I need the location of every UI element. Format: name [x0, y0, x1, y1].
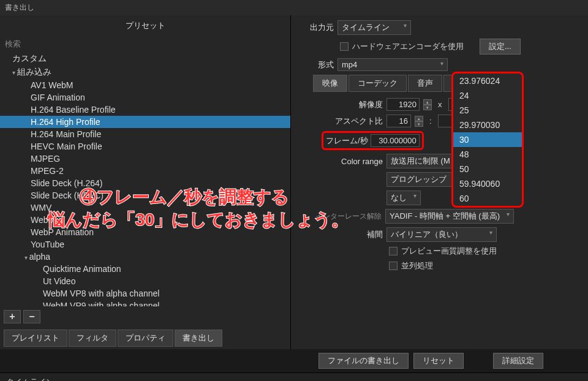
format-dropdown[interactable]: mp4: [337, 58, 448, 71]
advanced-button[interactable]: 詳細設定: [493, 353, 543, 369]
remove-preset-button[interactable]: −: [23, 310, 40, 323]
deinterlace-label: インターレース解除: [315, 211, 382, 222]
preview-adjust-checkbox[interactable]: [389, 247, 398, 255]
x-separator: x: [435, 100, 445, 109]
search-input[interactable]: 検索: [0, 36, 290, 52]
fps-option[interactable]: 50: [453, 162, 522, 176]
fps-option[interactable]: 59.940060: [453, 176, 522, 191]
settings-button[interactable]: 設定...: [480, 39, 521, 55]
bottom-buttons: ファイルの書き出し リセット 詳細設定: [312, 349, 588, 372]
preset-tree: カスタム 組み込み AV1 WebM GIF Animation H.264 B…: [0, 52, 290, 306]
aspect-w-input[interactable]: [386, 115, 411, 127]
tab-filter[interactable]: フィルタ: [69, 330, 116, 347]
tree-item[interactable]: MJPEG: [0, 153, 290, 165]
output-from-dropdown[interactable]: タイムライン: [337, 20, 411, 35]
tree-item[interactable]: YouTube: [0, 238, 290, 251]
fps-option[interactable]: 25: [453, 103, 522, 118]
aspect-label: アスペクト比: [322, 116, 383, 127]
tree-item[interactable]: H.264 Baseline Profile: [0, 104, 290, 116]
tree-item[interactable]: WebM: [0, 214, 290, 226]
tree-custom[interactable]: カスタム: [0, 52, 290, 66]
tab-property[interactable]: プロパティ: [118, 330, 173, 347]
fps-option[interactable]: 60: [453, 191, 522, 206]
tree-builtin[interactable]: 組み込み: [0, 66, 290, 79]
tree-item[interactable]: Slide Deck (HEVC): [0, 189, 290, 202]
subtab-codec[interactable]: コーデック: [349, 75, 407, 92]
fps-option[interactable]: 23.976024: [453, 74, 522, 88]
res-width-input[interactable]: [386, 98, 420, 111]
parallel-label: 並列処理: [401, 260, 433, 271]
tree-item[interactable]: HEVC Main Profile: [0, 140, 290, 153]
tree-item[interactable]: MPEG-2: [0, 165, 290, 177]
tree-item[interactable]: WebM VP9 with alpha channel: [0, 300, 290, 306]
colon-separator: :: [427, 116, 434, 126]
fps-option[interactable]: 24: [453, 88, 522, 103]
fps-label: フレーム/秒: [326, 135, 368, 146]
timeline-bar[interactable]: タイムライン: [0, 372, 588, 381]
reset-button[interactable]: リセット: [413, 353, 464, 369]
fps-option[interactable]: 29.970030: [453, 118, 522, 132]
subtab-video[interactable]: 映像: [313, 75, 347, 92]
output-from-label: 出力元: [303, 22, 334, 33]
hw-encoder-checkbox[interactable]: [340, 42, 349, 51]
tree-alpha[interactable]: alpha: [0, 251, 290, 263]
tree-item[interactable]: AV1 WebM: [0, 79, 290, 91]
deinterlace-dropdown[interactable]: YADIF - 時間軸 + 空間軸 (最高): [385, 209, 514, 224]
tab-playlist[interactable]: プレイリスト: [4, 330, 67, 347]
spinner[interactable]: ▴▾: [415, 116, 423, 127]
tree-item[interactable]: GIF Animation: [0, 91, 290, 104]
field-order-dropdown[interactable]: なし: [386, 190, 421, 205]
tree-item[interactable]: WMV: [0, 202, 290, 214]
add-preset-button[interactable]: +: [4, 310, 21, 323]
parallel-checkbox[interactable]: [389, 262, 398, 270]
color-range-label: Color range: [322, 157, 383, 166]
fps-dropdown-menu: 23.976024 24 25 29.970030 30 48 50 59.94…: [451, 72, 524, 208]
preview-adjust-label: プレビュー画質調整を使用: [401, 246, 497, 257]
interp-dropdown[interactable]: バイリニア（良い）: [386, 227, 497, 242]
interp-label: 補間: [322, 229, 383, 240]
preset-panel: プリセット 検索 カスタム 組み込み AV1 WebM GIF Animatio…: [0, 15, 291, 349]
tree-item[interactable]: H.264 Main Profile: [0, 128, 290, 140]
format-label: 形式: [303, 59, 334, 70]
resolution-label: 解像度: [322, 99, 383, 110]
tree-item[interactable]: Quicktime Animation: [0, 263, 290, 275]
tab-export[interactable]: 書き出し: [175, 330, 222, 347]
tree-item[interactable]: Ut Video: [0, 275, 290, 287]
subtab-audio[interactable]: 音声: [408, 75, 442, 92]
fps-input[interactable]: [371, 134, 420, 147]
tree-item[interactable]: Slide Deck (H.264): [0, 177, 290, 189]
preset-header: プリセット: [0, 15, 290, 36]
fps-option-selected[interactable]: 30: [453, 132, 522, 147]
scan-dropdown[interactable]: プログレッシブ: [386, 172, 461, 187]
tree-item-selected[interactable]: H.264 High Profile: [0, 116, 290, 128]
export-file-button[interactable]: ファイルの書き出し: [318, 353, 409, 369]
spinner[interactable]: ▴▾: [423, 99, 432, 110]
tree-item[interactable]: WebM VP8 with alpha channel: [0, 287, 290, 300]
settings-panel: 出力元 タイムライン ハードウェアエンコーダを使用 設定... 形式 mp4 映…: [291, 15, 588, 349]
window-title: 書き出し: [0, 0, 588, 15]
tree-item[interactable]: WebP Animation: [0, 226, 290, 238]
fps-option[interactable]: 48: [453, 147, 522, 162]
hw-encoder-label: ハードウェアエンコーダを使用: [352, 41, 464, 52]
